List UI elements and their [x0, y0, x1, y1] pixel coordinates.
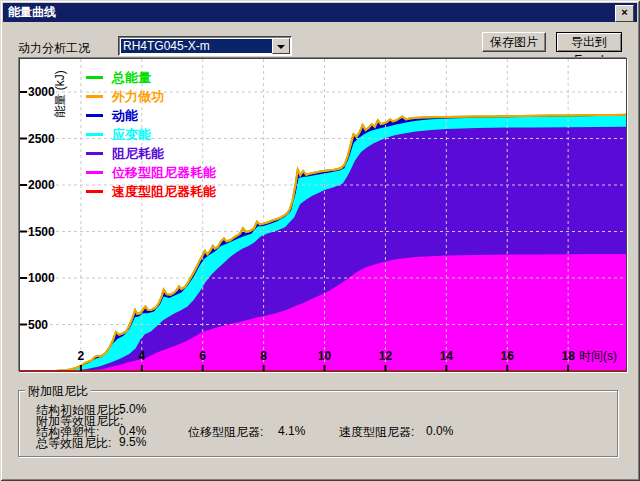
x-tick-label: 2	[78, 349, 85, 363]
y-tick-label: 3000	[28, 85, 55, 99]
legend-label: 位移型阻尼器耗能	[112, 164, 216, 182]
x-tick-label: 6	[199, 349, 206, 363]
legend-item: 速度型阻尼器耗能	[86, 182, 216, 201]
x-axis-title: 时间(s)	[579, 349, 617, 363]
chevron-down-icon[interactable]	[272, 38, 290, 54]
y-tick-label: 1000	[28, 271, 55, 285]
legend-item: 阻尼耗能	[86, 144, 216, 163]
y-tick-label: 2000	[28, 178, 55, 192]
titlebar[interactable]: 能量曲线 ×	[3, 3, 637, 22]
window-title: 能量曲线	[8, 4, 56, 21]
condition-combobox[interactable]: RH4TG045-X-m	[118, 36, 292, 56]
legend-swatch	[86, 133, 103, 136]
legend-label: 总能量	[112, 69, 151, 87]
energy-curve-dialog: 能量曲线 × 动力分析工况 RH4TG045-X-m 保存图片 导出到Excel…	[0, 0, 640, 481]
legend-swatch	[86, 152, 103, 155]
stat-value-total-equiv-damping: 9.5%	[119, 435, 146, 449]
legend-item: 外力做功	[86, 87, 216, 106]
condition-selected-value: RH4TG045-X-m	[121, 39, 273, 53]
legend-label: 阻尼耗能	[112, 145, 164, 163]
stat-value-displacement-damper: 4.1%	[278, 424, 305, 438]
y-tick-label: 500	[28, 318, 48, 332]
x-tick-label: 16	[501, 349, 515, 363]
legend-swatch	[86, 171, 103, 174]
stat-label-displacement-damper: 位移型阻尼器:	[188, 424, 263, 441]
export-excel-button[interactable]: 导出到Excel	[556, 32, 622, 52]
x-tick-label: 14	[440, 349, 454, 363]
legend-label: 动能	[112, 107, 138, 125]
x-tick-label: 8	[260, 349, 267, 363]
legend-label: 外力做功	[112, 88, 164, 106]
stat-label-velocity-damper: 速度型阻尼器:	[339, 424, 414, 441]
save-image-button[interactable]: 保存图片	[482, 32, 546, 52]
y-axis-title: 能量 (kJ)	[53, 70, 67, 117]
stat-value-velocity-damper: 0.0%	[426, 424, 453, 438]
x-tick-label: 4	[138, 349, 145, 363]
legend-swatch	[86, 95, 103, 98]
additional-damping-groupbox: 附加阻尼比 结构初始阻尼比: 5.0% 附加等效阻尼比: 结构弹塑性: 0.4%…	[18, 390, 618, 457]
legend-swatch	[86, 114, 103, 117]
y-tick-label: 1500	[28, 225, 55, 239]
condition-label: 动力分析工况	[18, 40, 90, 57]
x-tick-label: 18	[561, 349, 575, 363]
groupbox-title: 附加阻尼比	[25, 383, 91, 400]
legend-swatch	[86, 190, 103, 193]
x-tick-label: 12	[379, 349, 393, 363]
legend-item: 总能量	[86, 68, 216, 87]
energy-chart-panel: 5001000150020002500300024681012141618时间(…	[19, 58, 627, 372]
stat-label-total-equiv-damping: 总等效阻尼比:	[36, 435, 111, 452]
legend-item: 动能	[86, 106, 216, 125]
legend-item: 应变能	[86, 125, 216, 144]
legend-label: 速度型阻尼器耗能	[112, 183, 216, 201]
x-tick-label: 10	[318, 349, 332, 363]
chart-legend: 总能量外力做功动能应变能阻尼耗能位移型阻尼器耗能速度型阻尼器耗能	[86, 68, 216, 201]
close-button[interactable]: ×	[615, 5, 634, 22]
legend-item: 位移型阻尼器耗能	[86, 163, 216, 182]
legend-swatch	[86, 76, 103, 79]
y-tick-label: 2500	[28, 132, 55, 146]
legend-label: 应变能	[112, 126, 151, 144]
